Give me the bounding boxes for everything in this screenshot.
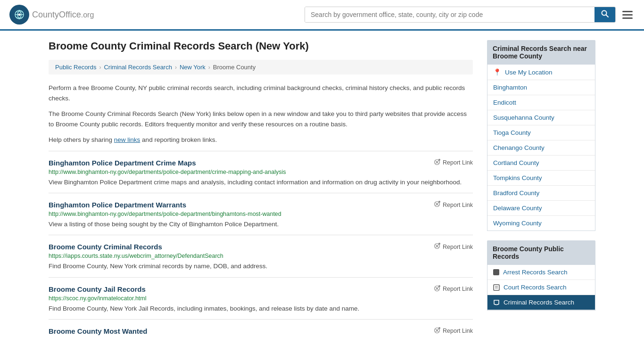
- report-icon-3: [434, 285, 440, 293]
- svg-point-21: [438, 285, 440, 287]
- sidebar-item-binghamton[interactable]: Binghamton: [487, 80, 595, 95]
- sidebar-item-chenango[interactable]: Chenango County: [487, 140, 595, 156]
- svg-point-9: [438, 159, 440, 161]
- breadcrumb-new-york[interactable]: New York: [180, 64, 206, 71]
- svg-point-25: [438, 327, 440, 329]
- result-title-4[interactable]: Broome County Most Wanted: [49, 327, 147, 335]
- main-container: Broome County Criminal Records Search (N…: [39, 31, 605, 352]
- sidebar-item-susquehanna[interactable]: Susquehanna County: [487, 110, 595, 125]
- result-url-0[interactable]: http://www.binghamton-ny.gov/departments…: [49, 169, 473, 175]
- location-icon: 📍: [493, 68, 501, 76]
- report-icon-2: [434, 243, 440, 251]
- result-title-0[interactable]: Binghamton Police Department Crime Maps: [49, 159, 196, 167]
- result-desc-3: Find Broome County, New York Jail Record…: [49, 304, 473, 313]
- result-header: Broome County Jail Records Report Link: [49, 285, 473, 293]
- arrest-icon: [493, 269, 499, 275]
- result-title-2[interactable]: Broome County Criminal Records: [49, 243, 162, 251]
- criminal-icon: [493, 299, 500, 306]
- breadcrumb: Public Records › Criminal Records Search…: [49, 60, 473, 74]
- result-title-3[interactable]: Broome County Jail Records: [49, 285, 146, 293]
- result-desc-0: View Binghamton Police Department crime …: [49, 178, 473, 187]
- svg-point-3: [18, 14, 21, 16]
- result-desc-2: Find Broome County, New York criminal re…: [49, 262, 473, 271]
- result-header: Binghamton Police Department Warrants Re…: [49, 201, 473, 209]
- report-icon-1: [434, 201, 440, 209]
- public-records-list: Arrest Records Search Court Records Sear…: [487, 265, 595, 311]
- breadcrumb-current: Broome County: [213, 64, 256, 71]
- search-input[interactable]: [305, 7, 594, 22]
- svg-point-13: [438, 201, 440, 203]
- logo-text: CountyOffice.org: [32, 10, 94, 20]
- report-link-2[interactable]: Report Link: [434, 243, 473, 251]
- result-header: Broome County Most Wanted Report Link: [49, 327, 473, 335]
- result-card: Binghamton Police Department Crime Maps …: [49, 151, 473, 193]
- results-container: Binghamton Police Department Crime Maps …: [49, 151, 473, 343]
- sidebar: Criminal Records Search near Broome Coun…: [487, 40, 595, 343]
- site-header: CountyOffice.org: [0, 0, 644, 31]
- public-records-header: Broome County Public Records: [487, 240, 595, 265]
- nearby-list: 📍 Use My Location Binghamton Endicott Su…: [487, 65, 595, 231]
- sidebar-arrest-records[interactable]: Arrest Records Search: [487, 265, 595, 280]
- sidebar-item-delaware[interactable]: Delaware County: [487, 201, 595, 216]
- intro-paragraph-2: The Broome County Criminal Records Searc…: [49, 109, 473, 129]
- result-header: Binghamton Police Department Crime Maps …: [49, 159, 473, 167]
- svg-point-17: [438, 243, 440, 245]
- result-card: Broome County Most Wanted Report Link: [49, 319, 473, 343]
- result-card: Binghamton Police Department Warrants Re…: [49, 193, 473, 235]
- result-card: Broome County Criminal Records Report Li…: [49, 235, 473, 277]
- search-bar: [305, 7, 616, 23]
- report-icon-4: [434, 327, 440, 335]
- report-icon-0: [434, 159, 440, 167]
- result-url-1[interactable]: http://www.binghamton-ny.gov/departments…: [49, 211, 473, 217]
- sidebar-criminal-records[interactable]: Criminal Records Search: [487, 295, 595, 310]
- result-title-1[interactable]: Binghamton Police Department Warrants: [49, 201, 186, 209]
- svg-line-5: [606, 15, 609, 17]
- report-link-0[interactable]: Report Link: [434, 159, 473, 167]
- header-search-area: [305, 7, 635, 23]
- sidebar-item-cortland[interactable]: Cortland County: [487, 156, 595, 171]
- result-desc-1: View a listing of those being sought by …: [49, 220, 473, 229]
- result-url-3[interactable]: https://scoc.ny.gov/inmatelocator.html: [49, 295, 473, 302]
- report-link-4[interactable]: Report Link: [434, 327, 473, 335]
- intro-paragraph-3: Help others by sharing new links and rep…: [49, 135, 473, 145]
- sidebar-item-bradford[interactable]: Bradford County: [487, 186, 595, 201]
- sidebar-item-tompkins[interactable]: Tompkins County: [487, 171, 595, 186]
- content-area: Broome County Criminal Records Search (N…: [49, 40, 473, 343]
- search-button[interactable]: [594, 7, 615, 22]
- sidebar-item-endicott[interactable]: Endicott: [487, 95, 595, 110]
- hamburger-menu-button[interactable]: [620, 9, 635, 21]
- sidebar-item-tioga[interactable]: Tioga County: [487, 125, 595, 140]
- report-link-3[interactable]: Report Link: [434, 285, 473, 293]
- page-title: Broome County Criminal Records Search (N…: [49, 40, 473, 52]
- sidebar-item-wyoming[interactable]: Wyoming County: [487, 216, 595, 230]
- result-header: Broome County Criminal Records Report Li…: [49, 243, 473, 251]
- nearby-header: Criminal Records Search near Broome Coun…: [487, 40, 595, 65]
- sidebar-use-my-location[interactable]: 📍 Use My Location: [487, 65, 595, 80]
- court-icon: [493, 284, 500, 291]
- nearby-section: Criminal Records Search near Broome Coun…: [487, 40, 595, 231]
- result-card: Broome County Jail Records Report Link h…: [49, 277, 473, 319]
- new-links-link[interactable]: new links: [114, 136, 140, 143]
- logo-icon: [9, 5, 29, 25]
- intro-paragraph-1: Perform a free Broome County, NY public …: [49, 83, 473, 103]
- logo-area: CountyOffice.org: [9, 5, 94, 25]
- public-records-section: Broome County Public Records Arrest Reco…: [487, 240, 595, 311]
- breadcrumb-public-records[interactable]: Public Records: [55, 64, 96, 71]
- report-link-1[interactable]: Report Link: [434, 201, 473, 209]
- sidebar-court-records[interactable]: Court Records Search: [487, 280, 595, 295]
- svg-rect-26: [494, 285, 499, 290]
- result-url-2[interactable]: https://iapps.courts.state.ny.us/webcrim…: [49, 253, 473, 259]
- breadcrumb-criminal-records-search[interactable]: Criminal Records Search: [104, 64, 172, 71]
